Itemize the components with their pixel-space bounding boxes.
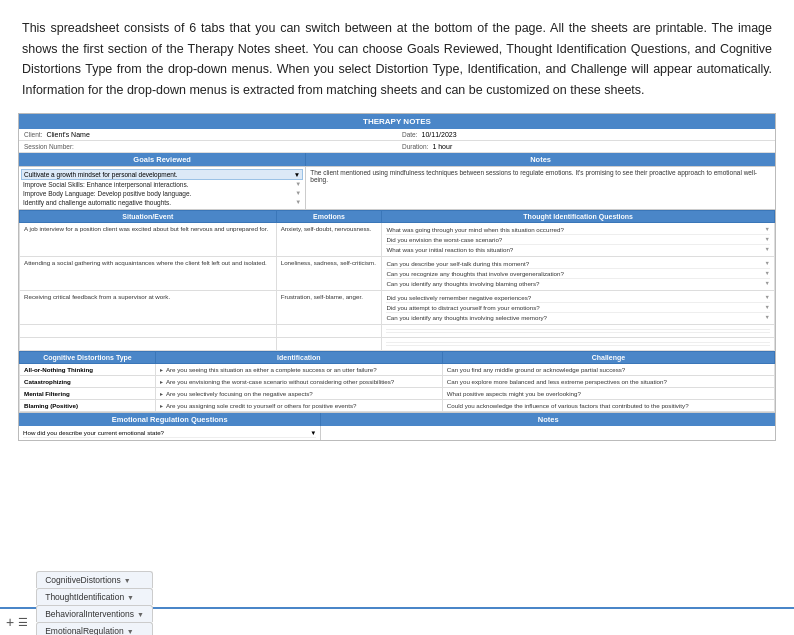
thought-cell xyxy=(382,324,775,337)
thought-question-text: What was your initial reaction to this s… xyxy=(386,246,513,253)
situation-row: Receiving critical feedback from a super… xyxy=(20,290,775,324)
thought-cell: Can you describe your self-talk during t… xyxy=(382,256,775,290)
thought-question[interactable] xyxy=(386,346,770,348)
thought-question-text: Can you recognize any thoughts that invo… xyxy=(386,270,564,277)
tab-dropdown-arrow: ▼ xyxy=(124,577,131,584)
situation-row: A job interview for a position client wa… xyxy=(20,222,775,256)
emotions-cell: Loneliness, sadness, self-criticism. xyxy=(276,256,382,290)
duration-cell: Duration:1 hour xyxy=(397,141,775,152)
cog-challenge-header: Challenge xyxy=(442,351,774,363)
cognitive-id-cell: ▸Are you seeing this situation as either… xyxy=(155,363,442,375)
thought-cell: Did you selectively remember negative ex… xyxy=(382,290,775,324)
emotional-question-1: How did you describe your current emotio… xyxy=(23,429,164,436)
goals-notes: The client mentioned using mindfulness t… xyxy=(306,167,775,209)
thought-dropdown-arrow: ▼ xyxy=(765,246,770,253)
duration-value: 1 hour xyxy=(432,143,452,150)
thought-question[interactable]: Can you identify any thoughts involving … xyxy=(386,279,770,288)
thought-question[interactable]: What was your initial reaction to this s… xyxy=(386,245,770,254)
goals-items-container: Improve Social Skills: Enhance interpers… xyxy=(21,180,303,207)
emotional-dropdown-arrow: ▼ xyxy=(310,429,316,436)
thought-question-text: Can you describe your self-talk during t… xyxy=(386,260,529,267)
thought-dropdown-arrow: ▼ xyxy=(765,270,770,277)
tab-item-thoughtidentification[interactable]: ThoughtIdentification▼ xyxy=(36,588,153,605)
cognitive-row: All-or-Nothing Thinking▸Are you seeing t… xyxy=(20,363,775,375)
thought-question-text: What was going through your mind when th… xyxy=(386,226,563,233)
emotional-content: How did you describe your current emotio… xyxy=(19,426,775,440)
tab-bar: + ☰ CognitiveDistortions▼ThoughtIdentifi… xyxy=(0,607,794,635)
meta-row-2: Session Number: Duration:1 hour xyxy=(19,141,775,153)
cognitive-id-bullet: ▸ xyxy=(160,402,163,409)
situation-table: Situation/Event Emotions Thought Identif… xyxy=(19,210,775,351)
thought-question-text: Can you identify any thoughts involving … xyxy=(386,280,539,287)
meta-row-1: Client:Client's Name Date:10/11/2023 xyxy=(19,129,775,141)
tab-item-behavioralinterventions[interactable]: BehavioralInterventions▼ xyxy=(36,605,153,622)
cognitive-row: Mental Filtering▸Are you selectively foc… xyxy=(20,387,775,399)
goals-selected: Cultivate a growth mindset for personal … xyxy=(24,171,178,178)
emotional-notes-header: Notes xyxy=(321,413,775,426)
goals-item-text: Improve Body Language: Develop positive … xyxy=(23,190,191,197)
thought-dropdown-arrow: ▼ xyxy=(765,294,770,301)
cognitive-challenge-cell: Could you acknowledge the influence of v… xyxy=(442,399,774,411)
emotions-col-header: Emotions xyxy=(276,210,382,222)
thought-question-text: Can you identify any thoughts involving … xyxy=(386,314,547,321)
emotions-cell: Anxiety, self-doubt, nervousness. xyxy=(276,222,382,256)
cognitive-id-bullet: ▸ xyxy=(160,390,163,397)
tab-label: BehavioralInterventions xyxy=(45,609,134,619)
tab-dropdown-arrow: ▼ xyxy=(127,628,134,635)
session-cell: Session Number: xyxy=(19,141,397,152)
situation-cell xyxy=(20,337,277,350)
intro-paragraph: This spreadsheet consists of 6 tabs that… xyxy=(0,0,794,113)
cognitive-row: Blaming (Positive)▸Are you assigning sol… xyxy=(20,399,775,411)
goals-dropdown[interactable]: Cultivate a growth mindset for personal … xyxy=(21,169,303,180)
thought-dropdown-arrow: ▼ xyxy=(765,226,770,233)
client-label: Client: xyxy=(24,131,42,138)
goals-dropdown-arrow: ▼ xyxy=(294,171,300,178)
thought-question-text: Did you selectively remember negative ex… xyxy=(386,294,531,301)
situation-tbody: A job interview for a position client wa… xyxy=(20,222,775,350)
goals-list-item[interactable]: Improve Social Skills: Enhance interpers… xyxy=(21,180,303,189)
goals-item-arrow: ▼ xyxy=(295,199,301,206)
cognitive-id-cell: ▸Are you envisioning the worst-case scen… xyxy=(155,375,442,387)
thought-question[interactable]: Can you identify any thoughts involving … xyxy=(386,313,770,322)
thought-question[interactable]: What was going through your mind when th… xyxy=(386,225,770,235)
emotional-header-row: Emotional Regulation Questions Notes xyxy=(19,413,775,426)
goals-list: Cultivate a growth mindset for personal … xyxy=(19,167,306,209)
cognitive-type-cell[interactable]: Blaming (Positive) xyxy=(20,399,156,411)
cog-type-header: Cognitive Distortions Type xyxy=(20,351,156,363)
goals-notes-header: Notes xyxy=(306,153,775,166)
tab-item-emotionalregulation[interactable]: EmotionalRegulation▼ xyxy=(36,622,153,635)
thought-cell xyxy=(382,337,775,350)
thought-question[interactable]: Can you describe your self-talk during t… xyxy=(386,259,770,269)
emotional-section: Emotional Regulation Questions Notes How… xyxy=(19,412,775,440)
situation-cell: Receiving critical feedback from a super… xyxy=(20,290,277,324)
cognitive-type-cell[interactable]: All-or-Nothing Thinking xyxy=(20,363,156,375)
emotional-item-1: How did you describe your current emotio… xyxy=(23,428,316,438)
thought-question[interactable] xyxy=(386,333,770,335)
cognitive-id-text: Are you selectively focusing on the nega… xyxy=(166,390,313,397)
goals-list-item[interactable]: Identify and challenge automatic negativ… xyxy=(21,198,303,207)
thought-question[interactable]: Can you recognize any thoughts that invo… xyxy=(386,269,770,279)
cognitive-id-text: Are you envisioning the worst-case scena… xyxy=(166,378,394,385)
situation-col-header: Situation/Event xyxy=(20,210,277,222)
cognitive-type-cell[interactable]: Mental Filtering xyxy=(20,387,156,399)
tab-label: EmotionalRegulation xyxy=(45,626,123,635)
tab-menu-button[interactable]: ☰ xyxy=(18,616,28,629)
thought-dropdown-arrow: ▼ xyxy=(765,314,770,321)
thought-question[interactable]: Did you selectively remember negative ex… xyxy=(386,293,770,303)
thought-col-header: Thought Identification Questions xyxy=(382,210,775,222)
cognitive-id-text: Are you seeing this situation as either … xyxy=(166,366,377,373)
sheet-title: THERAPY NOTES xyxy=(19,114,775,129)
add-tab-button[interactable]: + xyxy=(6,614,14,630)
cognitive-id-text: Are you assigning sole credit to yoursel… xyxy=(166,402,357,409)
tabs-container: CognitiveDistortions▼ThoughtIdentificati… xyxy=(36,571,155,635)
tab-item-cognitivedistortions[interactable]: CognitiveDistortions▼ xyxy=(36,571,153,588)
thought-question[interactable]: Did you envision the worst-case scenario… xyxy=(386,235,770,245)
situation-cell: Attending a social gathering with acquai… xyxy=(20,256,277,290)
cognitive-type-cell[interactable]: Catastrophizing xyxy=(20,375,156,387)
cognitive-id-bullet: ▸ xyxy=(160,378,163,385)
cognitive-tbody: All-or-Nothing Thinking▸Are you seeing t… xyxy=(20,363,775,411)
thought-question[interactable]: Did you attempt to distract yourself fro… xyxy=(386,303,770,313)
emotional-questions: How did you describe your current emotio… xyxy=(19,426,321,440)
goals-list-item[interactable]: Improve Body Language: Develop positive … xyxy=(21,189,303,198)
thought-dropdown-arrow: ▼ xyxy=(765,236,770,243)
